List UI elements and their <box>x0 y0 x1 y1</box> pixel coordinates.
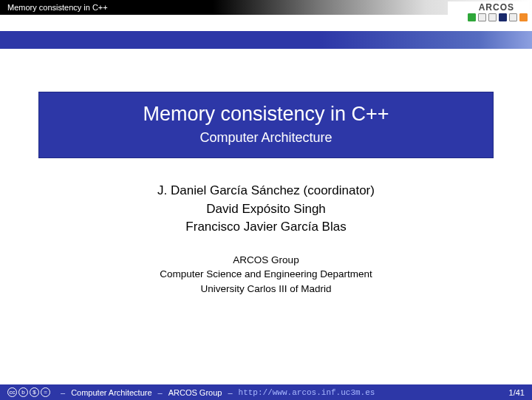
nc-icon: $ <box>30 387 39 397</box>
author-3: Francisco Javier García Blas <box>0 218 532 237</box>
footer-sep-2: – <box>158 388 163 397</box>
affiliation-block: ARCOS Group Computer Science and Enginee… <box>0 253 532 296</box>
logo-box-navy <box>499 13 507 21</box>
affil-group: ARCOS Group <box>0 253 532 268</box>
cc-icon: cc <box>7 387 17 397</box>
affil-univ: University Carlos III of Madrid <box>0 282 532 296</box>
footer-sep-3: – <box>228 388 232 397</box>
author-2: David Expósito Singh <box>0 200 532 219</box>
logo-text: ARCOS <box>479 2 514 13</box>
logo-box-grey-2 <box>488 13 497 21</box>
authors-block: J. Daniel García Sánchez (coordinator) D… <box>0 182 532 237</box>
blue-stripe <box>0 31 532 49</box>
logo-box-green <box>468 13 476 21</box>
slide: Memory consistency in C++ ARCOS Memory c… <box>0 0 532 400</box>
footer-url-link[interactable]: http://www.arcos.inf.uc3m.es <box>239 388 375 397</box>
logo-box-orange <box>519 13 528 21</box>
affil-dept: Computer Science and Engineering Departm… <box>0 267 532 282</box>
footer-sep-1: – <box>61 388 65 397</box>
author-1: J. Daniel García Sánchez (coordinator) <box>0 182 532 200</box>
logo-box-grey-1 <box>478 13 486 21</box>
footer-course: Computer Architecture <box>71 388 151 397</box>
title-block: Memory consistency in C++ Computer Archi… <box>38 92 494 158</box>
slide-subtitle: Computer Architecture <box>47 130 485 146</box>
header-title: Memory consistency in C++ <box>7 3 108 12</box>
slide-title: Memory consistency in C++ <box>47 103 485 126</box>
footer-group: ARCOS Group <box>168 388 222 397</box>
cc-license-icons: cc b $ = <box>7 387 50 397</box>
logo-box-grey-3 <box>509 13 517 21</box>
page-number: 1/41 <box>509 388 525 397</box>
logo-boxes <box>468 13 528 21</box>
nd-icon: = <box>41 387 50 397</box>
by-icon: b <box>18 387 28 397</box>
footer-bar: cc b $ = – Computer Architecture – ARCOS… <box>0 384 532 400</box>
arcos-logo: ARCOS <box>448 1 529 28</box>
